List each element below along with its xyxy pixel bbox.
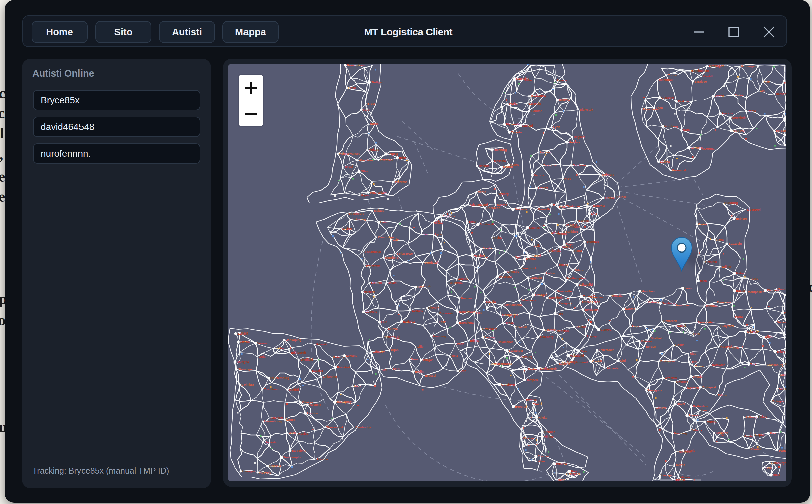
svg-text:Leon: Leon bbox=[656, 106, 663, 110]
svg-text:Warszawa: Warszawa bbox=[498, 362, 512, 365]
svg-text:Munchen: Munchen bbox=[641, 290, 655, 293]
svg-text:Firenze: Firenze bbox=[538, 186, 549, 190]
svg-text:StPetersburg: StPetersburg bbox=[270, 376, 289, 380]
svg-text:Edinburgh: Edinburgh bbox=[291, 351, 306, 354]
svg-text:Torino: Torino bbox=[695, 365, 704, 368]
svg-text:London: London bbox=[307, 412, 318, 415]
svg-text:Nancy: Nancy bbox=[510, 163, 519, 166]
svg-text:Orleans: Orleans bbox=[582, 300, 593, 304]
svg-text:Montpellier: Montpellier bbox=[502, 313, 518, 317]
svg-text:Valencia: Valencia bbox=[309, 403, 321, 406]
svg-text:Luik: Luik bbox=[476, 311, 482, 315]
svg-text:Bordeaux: Bordeaux bbox=[585, 308, 599, 311]
svg-text:Innsbruck: Innsbruck bbox=[659, 78, 674, 82]
svg-text:Coimbra: Coimbra bbox=[602, 173, 615, 176]
svg-text:Bremen: Bremen bbox=[364, 290, 375, 294]
svg-text:Brussel: Brussel bbox=[616, 195, 627, 199]
svg-text:Poznan: Poznan bbox=[461, 297, 472, 300]
svg-text:Gdansk: Gdansk bbox=[747, 330, 758, 333]
svg-text:Southampton: Southampton bbox=[283, 456, 302, 459]
svg-text:Bastia: Bastia bbox=[675, 343, 685, 347]
svg-text:Szczecin: Szczecin bbox=[528, 102, 541, 105]
svg-text:Zurich: Zurich bbox=[729, 346, 739, 350]
svg-text:Cagliari: Cagliari bbox=[574, 135, 585, 139]
svg-text:Lyon: Lyon bbox=[553, 125, 560, 129]
svg-text:Bucuresti: Bucuresti bbox=[439, 312, 453, 315]
svg-text:Nice: Nice bbox=[594, 300, 600, 304]
svg-text:Wroclaw: Wroclaw bbox=[665, 376, 677, 380]
svg-text:Sarajevo: Sarajevo bbox=[694, 80, 707, 83]
svg-text:Lahti: Lahti bbox=[380, 221, 388, 224]
svg-text:Tarragona: Tarragona bbox=[648, 389, 662, 392]
svg-text:Madrid: Madrid bbox=[289, 388, 299, 391]
svg-text:Granada: Granada bbox=[515, 208, 527, 211]
svg-text:Rotterdam: Rotterdam bbox=[693, 405, 708, 408]
svg-text:Oslo: Oslo bbox=[559, 205, 566, 209]
svg-text:Dijon: Dijon bbox=[391, 348, 399, 352]
svg-text:Stuttgart: Stuttgart bbox=[586, 240, 599, 243]
svg-text:Kouvola: Kouvola bbox=[259, 471, 271, 474]
svg-text:Tarragona: Tarragona bbox=[448, 281, 463, 284]
svg-text:Olsztyn: Olsztyn bbox=[523, 437, 534, 440]
svg-text:Jonkoping: Jonkoping bbox=[336, 400, 352, 404]
svg-text:Bologna: Bologna bbox=[772, 400, 785, 403]
svg-text:Sundsvall: Sundsvall bbox=[424, 261, 439, 264]
svg-text:Turku: Turku bbox=[750, 363, 758, 366]
svg-text:Rijeka: Rijeka bbox=[434, 221, 443, 224]
svg-text:Malaga: Malaga bbox=[374, 209, 385, 212]
svg-text:Oslo: Oslo bbox=[580, 350, 587, 353]
svg-text:Cordoba: Cordoba bbox=[443, 215, 455, 218]
svg-text:Poznan: Poznan bbox=[516, 325, 527, 328]
svg-text:Almeria: Almeria bbox=[384, 335, 396, 339]
svg-text:Palermo: Palermo bbox=[333, 356, 345, 359]
svg-text:Felixstowe: Felixstowe bbox=[599, 348, 614, 352]
svg-text:Olsztyn: Olsztyn bbox=[750, 447, 761, 450]
svg-text:Paris: Paris bbox=[632, 325, 639, 328]
svg-text:Kaunas: Kaunas bbox=[529, 226, 540, 229]
svg-text:Zaragoza: Zaragoza bbox=[559, 302, 573, 305]
svg-text:Nice: Nice bbox=[564, 177, 571, 180]
svg-text:Debrecen: Debrecen bbox=[663, 319, 677, 323]
svg-text:Leipzig: Leipzig bbox=[484, 336, 495, 339]
svg-text:Badajoz: Badajoz bbox=[403, 320, 415, 323]
svg-text:Venezia: Venezia bbox=[611, 294, 623, 297]
svg-text:Birmingham: Birmingham bbox=[691, 69, 709, 72]
svg-text:Messina: Messina bbox=[494, 159, 506, 163]
svg-text:Klaipeda: Klaipeda bbox=[767, 289, 780, 292]
svg-text:Aalborg: Aalborg bbox=[745, 416, 757, 419]
svg-text:Olbia: Olbia bbox=[773, 473, 780, 477]
svg-text:Bari: Bari bbox=[764, 80, 770, 84]
svg-text:Beograd: Beograd bbox=[515, 405, 527, 408]
svg-text:Kristiansand: Kristiansand bbox=[504, 303, 522, 307]
svg-text:Stavanger: Stavanger bbox=[509, 349, 523, 352]
svg-text:Groningen: Groningen bbox=[709, 64, 724, 68]
svg-text:Ajaccio: Ajaccio bbox=[722, 112, 733, 115]
svg-text:Kiel: Kiel bbox=[395, 336, 400, 339]
svg-text:Grimsby: Grimsby bbox=[507, 270, 519, 273]
svg-text:Faro: Faro bbox=[557, 312, 563, 315]
svg-text:Frankfurt: Frankfurt bbox=[337, 366, 350, 369]
svg-text:Salzburg: Salzburg bbox=[520, 355, 532, 359]
svg-text:Glasgow: Glasgow bbox=[534, 94, 547, 97]
svg-text:Salamanca: Salamanca bbox=[521, 299, 537, 302]
svg-text:Cambridge: Cambridge bbox=[355, 426, 371, 429]
svg-text:Bursa: Bursa bbox=[370, 122, 379, 126]
svg-text:Sundsvall: Sundsvall bbox=[480, 223, 494, 226]
svg-text:Krakow: Krakow bbox=[559, 98, 571, 102]
svg-text:Dresden: Dresden bbox=[591, 296, 603, 299]
svg-text:Liepaja: Liepaja bbox=[587, 335, 598, 338]
svg-text:Pecs: Pecs bbox=[765, 466, 772, 469]
svg-text:LeMans: LeMans bbox=[412, 309, 423, 312]
svg-text:Iasi: Iasi bbox=[760, 89, 765, 93]
svg-text:Helsinki: Helsinki bbox=[474, 254, 485, 257]
svg-text:Lahti: Lahti bbox=[535, 402, 542, 405]
svg-text:Varna: Varna bbox=[478, 190, 487, 194]
svg-text:Marseille: Marseille bbox=[538, 208, 551, 211]
svg-text:ACoruna: ACoruna bbox=[702, 147, 715, 150]
svg-text:Kosice: Kosice bbox=[298, 432, 308, 435]
svg-text:Zaragoza: Zaragoza bbox=[543, 164, 557, 167]
svg-text:Taranto: Taranto bbox=[511, 131, 522, 134]
svg-text:Duisburg: Duisburg bbox=[724, 201, 738, 205]
svg-text:Gavle: Gavle bbox=[348, 86, 357, 90]
svg-text:Oulu: Oulu bbox=[693, 332, 700, 336]
